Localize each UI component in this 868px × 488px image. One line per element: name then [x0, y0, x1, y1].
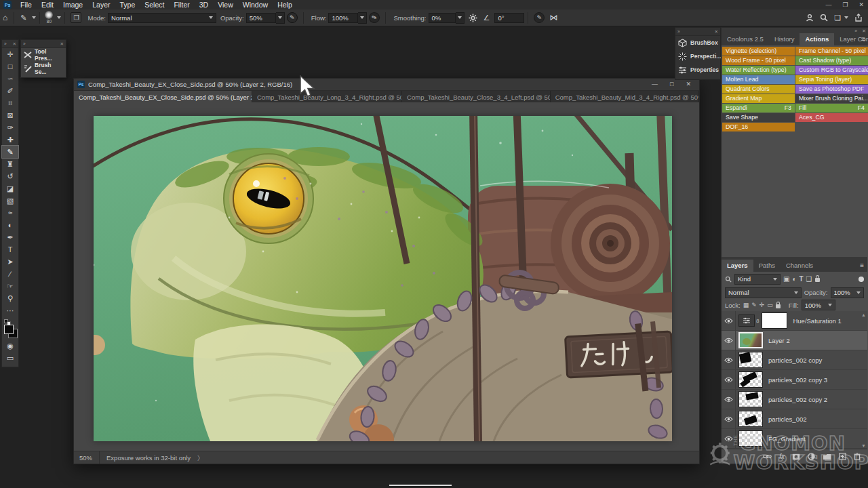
- brush-preset-picker[interactable]: 80: [45, 11, 53, 24]
- layer-thumbnail[interactable]: [738, 391, 763, 407]
- app-close-button[interactable]: ✕: [859, 0, 864, 9]
- filter-shape-icon[interactable]: ❑: [806, 275, 812, 283]
- brush-settings-toggle-icon[interactable]: ❒: [71, 12, 81, 23]
- eraser-tool[interactable]: ◪: [2, 182, 18, 195]
- menu-type[interactable]: Type: [115, 0, 140, 9]
- app-restore-button[interactable]: ❐: [842, 0, 848, 9]
- pen-tool[interactable]: ✒: [2, 231, 18, 243]
- home-icon[interactable]: ⌂: [0, 13, 10, 22]
- visibility-toggle[interactable]: [722, 390, 736, 409]
- symmetry-icon[interactable]: ⋈: [547, 13, 560, 22]
- filter-toggle-icon[interactable]: [859, 277, 864, 282]
- tab-paths[interactable]: Paths: [753, 260, 781, 272]
- doc-tab-2[interactable]: Comp_Takeshi_Beauty_Long_3_4_Right.psd @…: [252, 91, 402, 103]
- close-panel-icon[interactable]: ✕: [862, 28, 866, 34]
- canvas-pasteboard[interactable]: [74, 102, 699, 451]
- collapse-dock-icon[interactable]: »: [854, 28, 857, 34]
- collapse-panel-icon[interactable]: »: [23, 41, 26, 46]
- visibility-toggle[interactable]: [722, 331, 736, 350]
- action-button[interactable]: Cast Shadow (type): [795, 56, 868, 65]
- opacity-dropdown[interactable]: [276, 12, 285, 24]
- collapse-panel-icon[interactable]: »: [677, 29, 680, 34]
- brushbox-panel-button[interactable]: BrushBox: [675, 36, 720, 49]
- share-image-icon[interactable]: [854, 14, 863, 22]
- history-brush-tool[interactable]: ↺: [2, 170, 18, 182]
- menu-view[interactable]: View: [213, 0, 238, 9]
- color-swatches[interactable]: [2, 319, 18, 340]
- layer-row[interactable]: particles_002 copy 2: [722, 390, 867, 409]
- type-tool[interactable]: T: [2, 243, 18, 256]
- close-panel-icon[interactable]: ✕: [13, 41, 16, 47]
- chevron-down-icon[interactable]: [844, 16, 848, 19]
- close-panel-icon[interactable]: ✕: [60, 41, 64, 47]
- doc-maximize-button[interactable]: □: [670, 79, 673, 90]
- filter-adjustment-icon[interactable]: ◐: [792, 275, 796, 283]
- quick-mask-button[interactable]: ◉: [2, 340, 18, 352]
- crop-tool[interactable]: ⌗: [2, 97, 18, 109]
- layer-thumbnail[interactable]: [738, 430, 763, 447]
- lock-pixels-icon[interactable]: ✎: [751, 302, 757, 308]
- brush-tool[interactable]: ✎: [2, 146, 18, 158]
- share-user-icon[interactable]: [806, 14, 814, 22]
- action-button[interactable]: Wood Frame - 50 pixel: [722, 56, 795, 65]
- quick-selection-tool[interactable]: ✐: [2, 85, 18, 97]
- smoothing-dropdown[interactable]: [456, 12, 465, 24]
- layer-row-selected[interactable]: Layer 2: [722, 331, 867, 350]
- status-chevron-icon[interactable]: 〉: [197, 453, 203, 462]
- tab-coolorus[interactable]: Coolorus 2.5: [722, 33, 769, 45]
- lock-all-icon[interactable]: [776, 304, 781, 308]
- layer-row[interactable]: FG_Gradient: [722, 429, 867, 449]
- new-group-icon[interactable]: [823, 453, 831, 460]
- dodge-tool[interactable]: ◐: [2, 219, 18, 231]
- screen-mode-button[interactable]: ▭: [2, 352, 18, 364]
- doc-close-button[interactable]: ✕: [686, 79, 691, 90]
- layer-thumbnail[interactable]: [738, 352, 763, 368]
- visibility-toggle[interactable]: [722, 311, 736, 330]
- tab-history[interactable]: History: [769, 33, 800, 45]
- eyedropper-tool[interactable]: ✑: [2, 121, 18, 134]
- action-button[interactable]: Save Shape: [722, 113, 795, 122]
- move-tool[interactable]: ✛: [2, 48, 18, 60]
- layer-thumbnail[interactable]: [738, 371, 763, 388]
- doc-tab-3[interactable]: Comp_Takeshi_Beauty_Close_3_4_Left.psd @…: [402, 91, 551, 103]
- visibility-toggle[interactable]: [722, 350, 736, 369]
- layer-fill-input[interactable]: 100%: [802, 300, 835, 310]
- lock-transparency-icon[interactable]: ▦: [743, 302, 749, 308]
- brush-settings-tab[interactable]: Brush Se...: [21, 62, 66, 75]
- action-button[interactable]: DOF_16: [722, 123, 795, 131]
- layer-style-fx-icon[interactable]: fx: [779, 453, 785, 460]
- lasso-tool[interactable]: ∽: [2, 73, 18, 85]
- visibility-toggle[interactable]: [722, 370, 736, 389]
- filter-kind-select[interactable]: Kind: [734, 274, 781, 285]
- lock-artboard-icon[interactable]: ▭: [767, 302, 773, 308]
- layer-thumbnail[interactable]: [738, 411, 763, 427]
- lock-position-icon[interactable]: ✛: [760, 302, 765, 308]
- panel-menu-icon[interactable]: ≡: [861, 35, 865, 43]
- chevron-down-icon[interactable]: [32, 16, 36, 19]
- layer-row[interactable]: particles_002: [722, 409, 867, 429]
- opacity-input[interactable]: 50%: [246, 13, 276, 23]
- action-button[interactable]: Vignette (selection): [722, 47, 795, 56]
- chevron-down-icon[interactable]: [57, 16, 61, 19]
- action-button[interactable]: EspandiF3: [722, 104, 795, 113]
- action-button[interactable]: Custom RGB to Grayscale: [795, 66, 868, 75]
- menu-image[interactable]: Image: [58, 0, 87, 9]
- action-button[interactable]: Quadrant Colors: [722, 85, 795, 94]
- panel-menu-icon[interactable]: ≡: [860, 262, 864, 269]
- menu-help[interactable]: Help: [273, 0, 297, 9]
- doc-minimize-button[interactable]: —: [652, 79, 658, 90]
- workspace-switcher-icon[interactable]: ❏: [834, 14, 841, 22]
- menu-file[interactable]: File: [16, 0, 37, 9]
- blend-mode-select[interactable]: Normal: [108, 13, 216, 23]
- filter-image-icon[interactable]: ▣: [783, 275, 789, 283]
- filter-type-icon[interactable]: T: [800, 275, 804, 283]
- tool-presets-tab[interactable]: Tool Pres...: [21, 48, 66, 62]
- search-icon[interactable]: [820, 14, 828, 22]
- flow-dropdown[interactable]: [358, 12, 367, 24]
- gradient-tool[interactable]: ▧: [2, 195, 18, 207]
- mask-link-icon[interactable]: 8: [756, 318, 759, 324]
- zoom-tool[interactable]: ⚲: [2, 292, 18, 304]
- visibility-toggle[interactable]: [722, 409, 736, 428]
- foreground-color-swatch[interactable]: [4, 325, 14, 334]
- close-panel-icon[interactable]: ✕: [715, 29, 718, 35]
